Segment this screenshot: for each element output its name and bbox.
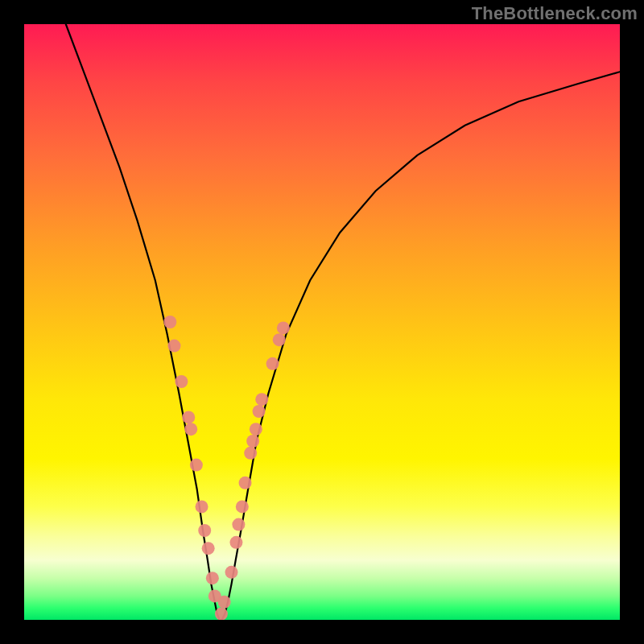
data-dot <box>250 423 262 436</box>
data-dot <box>277 321 290 334</box>
data-dot <box>253 405 266 418</box>
data-dot <box>175 375 188 388</box>
plot-area <box>24 24 620 620</box>
data-dot <box>266 357 279 370</box>
data-dot <box>225 566 238 579</box>
data-dot <box>229 536 242 549</box>
data-dot <box>198 524 211 537</box>
watermark-text: TheBottleneck.com <box>472 3 638 24</box>
chart-svg <box>24 24 620 620</box>
data-dot <box>190 459 203 472</box>
data-dot <box>255 393 268 406</box>
data-dot <box>273 333 286 346</box>
data-dot <box>244 447 257 460</box>
data-dot <box>196 500 208 513</box>
data-dot <box>246 435 259 448</box>
data-dot <box>182 411 195 423</box>
data-dot <box>206 572 219 584</box>
data-dot <box>163 316 176 328</box>
bottleneck-curve <box>66 24 620 620</box>
data-dot <box>202 542 215 555</box>
data-dot <box>215 608 228 620</box>
data-dot <box>184 423 197 436</box>
data-dot <box>218 596 231 609</box>
data-dot <box>236 500 249 513</box>
chart-container: TheBottleneck.com <box>0 0 644 644</box>
data-dot <box>239 477 252 489</box>
data-dot <box>167 340 180 353</box>
data-dot <box>232 518 245 531</box>
